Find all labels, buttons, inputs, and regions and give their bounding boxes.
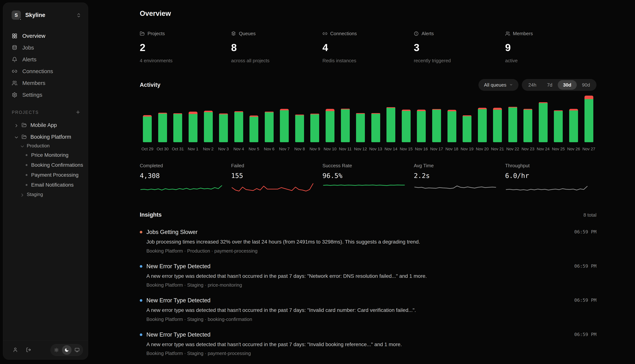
project-mobile-app[interactable]: Mobile App [3,121,88,130]
bar-nov-20 [478,108,487,142]
stat-card-projects: Projects24 environments [140,31,231,64]
stat-card-members: Members9active [505,31,596,64]
bar-nov-24 [539,102,548,142]
folder-icon [140,31,145,36]
queue-price-monitoring[interactable]: Price Monitoring [3,150,88,160]
metric-value: 155 [231,172,322,180]
sidebar-item-label: Members [22,80,45,86]
tree-item-label: Price Monitoring [31,152,68,158]
env-staging[interactable]: Staging [3,190,88,199]
metric-label: Failed [231,163,322,168]
queue-booking-confirmations[interactable]: Booking Confirmations [3,160,88,170]
bar-failed-segment [249,116,258,117]
sidebar-item-alerts[interactable]: Alerts [3,54,88,66]
bar-column [414,96,429,142]
range-30d-button[interactable]: 30d [558,80,577,90]
bar-nov-7 [280,109,289,142]
bar-date-label: Oct 31 [170,147,185,152]
queue-payment-processing[interactable]: Payment Processing [3,170,88,180]
insight-breadcrumb: Booking Platform · Staging · payment-pro… [146,350,537,356]
bar-completed-segment [463,116,471,142]
sidebar-item-overview[interactable]: Overview [3,30,88,42]
bar-date-label: Nov 6 [262,147,277,152]
bar-date-label: Nov 8 [292,147,307,152]
bar-nov-13 [371,113,380,142]
bar-date-label: Nov 26 [566,147,581,152]
bar-column [246,96,262,142]
bar-date-label: Nov 16 [414,147,429,152]
range-7d-button[interactable]: 7d [542,80,558,90]
projects-header: PROJECTS [12,110,81,115]
sidebar-item-label: Settings [22,92,42,98]
range-90d-button[interactable]: 90d [577,80,595,90]
add-project-button[interactable] [75,110,81,115]
tree-item-label: Booking Confirmations [31,162,83,168]
env-production[interactable]: Production [3,141,88,150]
metric-failed: Failed155 [231,163,322,195]
bar-failed-segment [584,96,593,99]
logout-icon[interactable] [26,347,32,353]
tree-item-label: Production [27,143,50,149]
metric-label: Avg Time [414,163,505,168]
insight-breadcrumb: Booking Platform · Staging · price-monit… [146,282,537,288]
theme-dark-button[interactable] [62,345,72,355]
sidebar-item-members[interactable]: Members [3,77,88,89]
bar-column [490,96,505,142]
bar-failed-segment [493,108,502,110]
stat-card-connections: Connections4Redis instances [323,31,414,64]
monitor-icon [75,348,80,352]
bar-nov-21 [493,108,502,142]
insight-item[interactable]: Jobs Getting Slower06:59 PMJob processin… [140,229,596,254]
activity-header: Activity All queues 24h7d30d90d [140,79,596,91]
theme-system-button[interactable] [72,345,82,355]
sun-icon [54,348,59,352]
bar-column [277,96,292,142]
insight-item[interactable]: New Error Type Detected06:59 PMA new err… [140,263,596,288]
bar-completed-segment [523,110,532,142]
queue-filter-dropdown[interactable]: All queues [478,79,518,91]
bar-failed-segment [204,111,213,112]
time-range-segmented: 24h7d30d90d [522,79,596,91]
metric-sparkline [505,182,588,194]
bar-completed-segment [448,111,456,142]
tree-item-label: Staging [27,192,43,197]
insights-total: 8 total [583,212,596,218]
stat-card-alerts: Alerts3recently triggered [414,31,505,64]
bar-date-label: Nov 17 [429,147,444,152]
bar-completed-segment [234,112,243,142]
bar-column [185,96,201,142]
queue-email-notifications[interactable]: Email Notifications [3,180,88,190]
activity-title: Activity [140,82,160,88]
bar-date-label: Nov 2 [201,147,216,152]
bar-date-label: Nov 18 [444,147,459,152]
theme-switcher [50,344,83,356]
insight-item[interactable]: New Error Type Detected06:59 PMA new err… [140,297,596,322]
bar-date-label: Nov 13 [368,147,383,152]
bar-nov-12 [356,113,365,142]
bar-completed-segment [143,116,152,142]
queue-dot-icon [26,164,28,166]
bar-completed-segment [249,117,258,142]
bar-date-label: Nov 1 [185,147,201,152]
sidebar-item-settings[interactable]: Settings [3,89,88,101]
range-24h-button[interactable]: 24h [523,80,541,90]
status-dot [19,18,22,21]
insight-item[interactable]: New Error Type Detected06:59 PMA new err… [140,332,596,356]
bar-date-label: Nov 12 [353,147,368,152]
bar-nov-27 [584,96,593,142]
project-booking-platform[interactable]: Booking Platform [3,132,88,141]
insight-timestamp: 06:59 PM [574,298,596,303]
bar-completed-segment [326,111,335,142]
theme-light-button[interactable] [52,345,61,355]
sidebar-item-connections[interactable]: Connections [3,66,88,77]
stat-label: Alerts [422,31,434,36]
bar-nov-8 [295,114,304,142]
metric-label: Throughput [505,163,596,168]
workspace-switcher[interactable]: S Skyline [12,10,81,20]
user-icon[interactable] [13,347,18,353]
stat-label: Connections [330,31,357,36]
bar-date-label: Nov 5 [246,147,262,152]
users-icon [12,80,17,86]
metric-value: 96.5% [323,172,414,180]
sidebar-item-jobs[interactable]: Jobs [3,42,88,54]
